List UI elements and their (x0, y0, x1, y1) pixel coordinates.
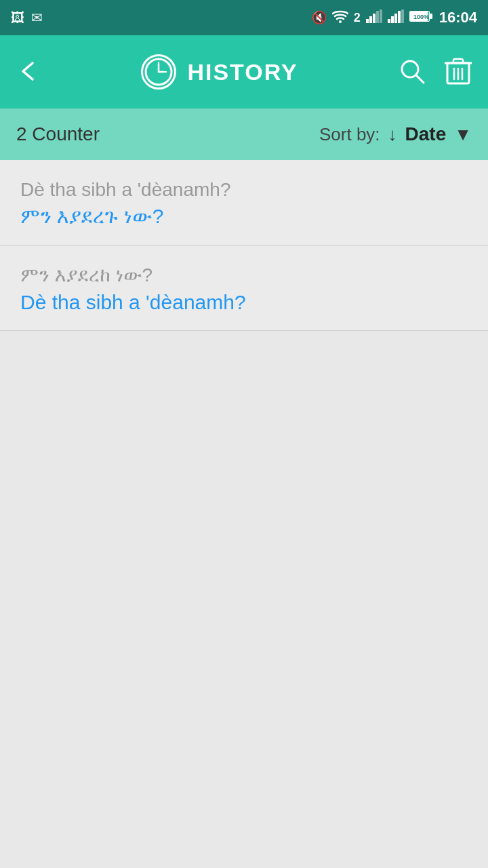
delete-button[interactable] (445, 56, 472, 88)
app-bar-title: HISTORY (187, 59, 298, 85)
svg-rect-5 (380, 9, 382, 23)
history-item[interactable]: ምን እያደረከ ነው? Dè tha sibh a 'dèanamh? (0, 245, 488, 331)
wifi-icon (332, 9, 348, 26)
history-clock-icon (141, 54, 176, 90)
sort-direction-icon: ↓ (388, 124, 397, 145)
status-bar-left: 🖼 ✉ (11, 9, 43, 26)
svg-point-16 (146, 59, 171, 85)
history-item[interactable]: Dè tha sibh a 'dèanamh? ምን እያደረጉ ነው? (0, 160, 488, 245)
svg-rect-2 (369, 16, 372, 23)
sort-field-label: Date (405, 123, 447, 145)
history-list: Dè tha sibh a 'dèanamh? ምን እያደረጉ ነው? ምን … (0, 160, 488, 331)
sort-by-label: Sort by: (319, 124, 380, 145)
svg-rect-4 (376, 11, 379, 23)
status-bar-right: 🔇 2 (312, 9, 477, 26)
app-bar: HISTORY (0, 35, 488, 108)
counter-bar: 2 Counter Sort by: ↓ Date ▼ (0, 108, 488, 160)
svg-rect-1 (366, 19, 369, 23)
svg-rect-10 (401, 9, 404, 23)
history-item-translation: Dè tha sibh a 'dèanamh? (20, 291, 468, 314)
svg-rect-12 (430, 14, 432, 19)
svg-rect-6 (388, 19, 390, 23)
status-bar: 🖼 ✉ 🔇 2 (0, 0, 488, 35)
status-time: 16:04 (439, 9, 477, 26)
sim-icon: 2 (354, 11, 361, 25)
svg-rect-9 (398, 11, 401, 23)
signal-icon (366, 9, 382, 26)
mute-icon: 🔇 (312, 10, 327, 25)
history-item-translation: ምን እያደረጉ ነው? (20, 205, 468, 229)
counter-label: 2 Counter (16, 123, 100, 145)
svg-point-0 (339, 20, 342, 23)
app-bar-actions (399, 56, 472, 88)
history-item-source: ምን እያደረከ ነው? (20, 264, 468, 287)
svg-rect-7 (391, 16, 394, 23)
sort-dropdown-icon[interactable]: ▼ (454, 124, 472, 145)
sort-area[interactable]: Sort by: ↓ Date ▼ (319, 123, 472, 145)
svg-line-20 (416, 75, 424, 83)
email-icon: ✉ (31, 9, 43, 26)
history-item-source: Dè tha sibh a 'dèanamh? (20, 179, 468, 201)
svg-text:100%: 100% (413, 14, 429, 20)
svg-rect-8 (394, 14, 397, 23)
svg-rect-3 (373, 14, 375, 23)
back-button[interactable] (16, 59, 41, 85)
app-bar-title-area: HISTORY (141, 54, 298, 90)
signal2-icon (388, 9, 404, 26)
battery-icon: 100% (409, 9, 434, 26)
svg-rect-23 (453, 59, 463, 63)
image-icon: 🖼 (11, 10, 24, 26)
search-button[interactable] (399, 58, 426, 87)
